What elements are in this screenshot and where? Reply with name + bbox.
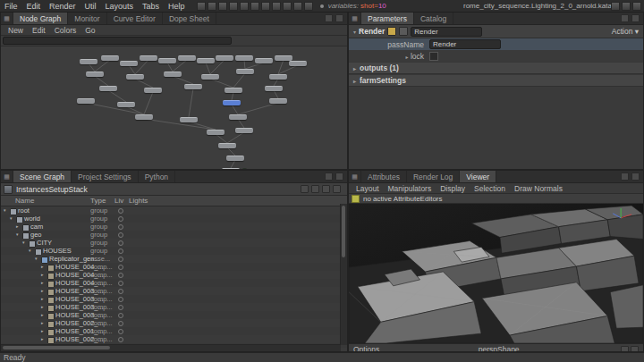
- nodegraph-menu-edit[interactable]: Edit: [28, 26, 50, 35]
- graph-node[interactable]: [144, 88, 162, 93]
- expand-arrow-icon[interactable]: ▸: [41, 304, 44, 309]
- graph-node[interactable]: [158, 58, 176, 63]
- graph-node[interactable]: [269, 74, 287, 80]
- expand-arrow-icon[interactable]: ▸: [405, 55, 408, 60]
- expand-arrow-icon[interactable]: ▸: [41, 320, 44, 325]
- column-header-liv[interactable]: Liv: [114, 197, 123, 205]
- graph-node[interactable]: [223, 100, 241, 105]
- scene-graph-row[interactable]: ▸HOUSE_004_...comp...: [1, 271, 347, 279]
- menu-edit[interactable]: Edit: [22, 2, 46, 11]
- collapse-arrow-icon[interactable]: ▾: [29, 248, 31, 253]
- graph-node[interactable]: [225, 88, 242, 93]
- settings-icon[interactable]: [333, 185, 341, 193]
- toolbar-icon[interactable]: [250, 2, 259, 11]
- toolbar-icon[interactable]: [229, 2, 238, 11]
- expand-arrow-icon[interactable]: ▸: [41, 296, 44, 301]
- viewport-settings-icon[interactable]: [621, 346, 629, 353]
- scene-graph-row[interactable]: ▾rootgroup: [1, 206, 347, 215]
- scenegraph-tab-project-settings[interactable]: Project Settings: [72, 171, 139, 182]
- graph-node[interactable]: [216, 55, 233, 61]
- lock-checkbox[interactable]: [429, 52, 438, 61]
- toolbar-icon[interactable]: [197, 2, 206, 11]
- viewport-3d[interactable]: [349, 204, 643, 343]
- light-toggle[interactable]: [118, 232, 123, 238]
- graph-node[interactable]: [289, 61, 307, 66]
- close-icon[interactable]: [631, 173, 640, 181]
- pin-icon[interactable]: [621, 173, 629, 181]
- menu-tabs[interactable]: Tabs: [138, 2, 164, 11]
- viewport-layout-icon[interactable]: [631, 346, 639, 353]
- column-header-name[interactable]: Name: [15, 197, 34, 205]
- light-toggle[interactable]: [118, 257, 123, 262]
- collapse-all-icon[interactable]: [311, 185, 319, 193]
- expand-arrow-icon[interactable]: ▸: [16, 223, 19, 229]
- graph-node[interactable]: [197, 58, 215, 63]
- viewer-tab-viewer[interactable]: Viewer: [460, 171, 496, 182]
- expand-all-icon[interactable]: [301, 185, 309, 193]
- graph-node[interactable]: [164, 72, 182, 77]
- graph-node[interactable]: [180, 117, 198, 122]
- menu-render[interactable]: Render: [45, 2, 80, 11]
- viewer-menu-display[interactable]: Display: [436, 184, 470, 193]
- pane-menu-icon[interactable]: ▦: [1, 13, 13, 24]
- graph-node[interactable]: [77, 98, 95, 104]
- collapse-arrow-icon[interactable]: ▾: [35, 256, 38, 261]
- toolbar-icon[interactable]: [261, 2, 270, 11]
- light-toggle[interactable]: [118, 240, 123, 246]
- outputs-section-header[interactable]: ▸ outputs (1): [349, 62, 643, 74]
- scene-graph-row[interactable]: ▸camgroup: [1, 223, 347, 231]
- light-toggle[interactable]: [118, 297, 123, 302]
- expand-arrow-icon[interactable]: ▸: [41, 272, 44, 277]
- scene-graph-row[interactable]: ▾HOUSESgroup: [1, 247, 347, 255]
- scene-graph-row[interactable]: ▸HOUSE_001_...comp...: [1, 327, 347, 335]
- viewer-tab-render-log[interactable]: Render Log: [407, 171, 460, 182]
- viewer-menu-layout[interactable]: Layout: [352, 184, 384, 193]
- graph-node[interactable]: [207, 130, 225, 135]
- graph-node[interactable]: [218, 143, 236, 148]
- expand-arrow-icon[interactable]: ▸: [41, 264, 44, 269]
- scenegraph-tab-python[interactable]: Python: [139, 171, 175, 182]
- toolbar-icon[interactable]: [218, 2, 227, 11]
- collapse-arrow-icon[interactable]: ▾: [10, 215, 13, 221]
- expand-arrow-icon[interactable]: ▸: [41, 280, 44, 285]
- farmsettings-section-header[interactable]: ▸ farmSettings: [349, 74, 643, 87]
- light-toggle[interactable]: [118, 208, 123, 214]
- light-toggle[interactable]: [118, 216, 123, 222]
- expand-arrow-icon[interactable]: ▸: [41, 336, 44, 341]
- graph-node[interactable]: [126, 74, 144, 80]
- graph-node[interactable]: [140, 55, 157, 61]
- graph-node[interactable]: [86, 72, 104, 77]
- nodegraph-menu-go[interactable]: Go: [80, 26, 99, 35]
- toolbar-icon[interactable]: [283, 2, 292, 11]
- nodegraph-menu-new[interactable]: New: [4, 26, 28, 35]
- toolbar-icon[interactable]: [208, 2, 216, 11]
- scene-graph-row[interactable]: ▸HOUSE_002_...comp...: [1, 335, 347, 343]
- filter-icon[interactable]: [322, 185, 330, 193]
- close-icon[interactable]: [335, 14, 343, 22]
- column-header-lights[interactable]: Lights: [129, 197, 148, 205]
- light-toggle[interactable]: [118, 313, 123, 318]
- expand-arrow-icon[interactable]: ▸: [41, 288, 44, 293]
- expand-arrow-icon[interactable]: ▸: [41, 312, 44, 317]
- graph-node[interactable]: [226, 156, 244, 161]
- light-toggle[interactable]: [118, 248, 123, 254]
- graph-node[interactable]: [235, 128, 253, 133]
- pin-icon[interactable]: [325, 173, 333, 181]
- light-toggle[interactable]: [118, 265, 123, 270]
- pin-icon[interactable]: [325, 14, 333, 22]
- lock-parameter-row[interactable]: ▸ lock: [349, 50, 643, 62]
- scene-graph-row[interactable]: ▾CITYgroup: [1, 239, 347, 247]
- scene-graph-row[interactable]: ▸HOUSE_004_...comp...: [1, 263, 347, 271]
- node-graph-canvas[interactable]: [1, 46, 347, 170]
- graph-node[interactable]: [201, 74, 219, 80]
- edit-flag-icon[interactable]: [387, 27, 396, 36]
- pane-menu-icon[interactable]: ▦: [349, 13, 361, 24]
- graph-node[interactable]: [99, 86, 117, 91]
- scene-graph-row[interactable]: ▸HOUSE_003_...comp...: [1, 303, 347, 311]
- graph-node[interactable]: [120, 61, 138, 66]
- expand-arrow-icon[interactable]: ▸: [41, 328, 44, 333]
- graph-node[interactable]: [255, 58, 273, 63]
- options-menu[interactable]: Options: [353, 345, 379, 352]
- collapse-arrow-icon[interactable]: ▾: [4, 207, 6, 213]
- toolbar-icon[interactable]: [304, 2, 313, 11]
